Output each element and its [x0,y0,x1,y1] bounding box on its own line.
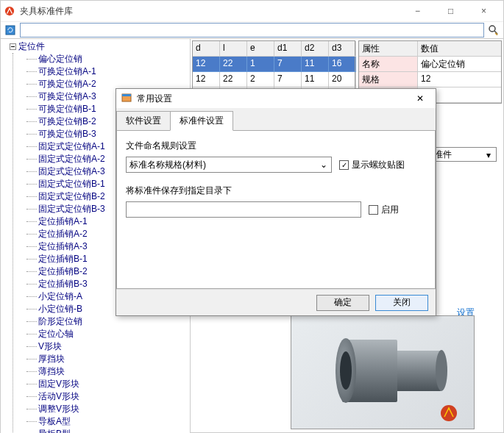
tree-item[interactable]: 定位插销A-2 [38,228,88,240]
ok-button[interactable]: 确定 [316,295,369,311]
tree-item[interactable]: 固定式定位销A-2 [38,153,105,165]
svg-rect-14 [122,94,131,96]
tree-item[interactable]: V形块 [38,340,62,353]
grid-header[interactable]: d1 [274,41,302,57]
grid-header[interactable]: l [220,41,247,57]
tree-item[interactable]: 定位心轴 [38,328,74,340]
tree-item[interactable]: 可换定位销A-1 [38,65,96,78]
tree-item[interactable]: 活动V形块 [38,390,79,403]
grid-header[interactable]: d [193,41,220,57]
grid-cell: 7 [274,57,302,72]
maximize-button[interactable]: □ [434,1,467,21]
checkbox-icon [369,205,378,215]
show-thread-label: 显示螺纹贴图 [352,159,405,171]
tree-item[interactable]: 可换定位销A-3 [38,90,96,103]
prop-row[interactable]: 名称偏心定位销 [359,57,501,72]
minimize-button[interactable]: − [401,1,434,21]
svg-point-8 [436,350,447,391]
tree-item[interactable]: 小定位销-B [38,303,82,315]
prop-value: 12 [418,72,501,87]
tree-item[interactable]: 厚挡块 [38,353,65,365]
tab-standard-part-settings[interactable]: 标准件设置 [170,111,233,131]
naming-rule-value: 标准名称规格(材料) [129,159,206,171]
settings-dialog: 常用设置 ✕ 软件设置 标准件设置 文件命名规则设置 标准名称规格(材料) ⌄ … [116,88,436,316]
dialog-close-button[interactable]: ✕ [409,90,431,107]
prop-name: 名称 [359,57,418,72]
tree-root[interactable]: 定位件 [18,40,45,53]
table-row[interactable]: 1222171116 [193,57,355,72]
right-combo-value: 准件 [434,148,452,161]
refresh-button[interactable] [2,22,18,38]
search-input[interactable] [20,23,484,37]
search-button[interactable] [486,22,502,38]
tree-item[interactable]: 小定位销-A [38,290,82,303]
tree-item[interactable]: 可换定位销B-2 [38,115,96,128]
tree-item[interactable]: 定位插销A-3 [38,240,88,253]
tree-item[interactable]: 固定式定位销A-3 [38,165,105,178]
prop-header: 属性 [359,41,418,57]
svg-rect-7 [390,351,441,391]
grid-cell: 2 [247,72,274,87]
tree-item[interactable]: 可换定位销B-3 [38,128,96,140]
toolbar [1,22,503,39]
tree-item[interactable]: 定位插销A-1 [38,215,88,228]
tree-item[interactable]: 固定式定位销B-3 [38,203,105,215]
tree-toggle-icon[interactable] [8,43,17,51]
dialog-buttons: 确定 关闭 [116,289,436,315]
tree-item[interactable]: 导板A型 [38,415,71,428]
window-title: 夹具标准件库 [20,5,401,18]
dialog-title: 常用设置 [137,93,409,105]
checkbox-icon [339,160,349,170]
tree-item[interactable]: 偏心定位销 [38,53,82,65]
tree-item[interactable]: 可换定位销A-2 [38,78,96,90]
tab-body: 文件命名规则设置 标准名称规格(材料) ⌄ 显示螺纹贴图 将标准件保存到指定目录… [116,130,436,289]
table-row[interactable]: 1222271120 [193,72,355,87]
tree-item[interactable]: 可换定位销B-1 [38,103,96,115]
svg-rect-1 [6,26,15,35]
image-preview [291,315,475,429]
grid-cell: 12 [193,72,220,87]
grid-header[interactable]: d2 [302,41,329,57]
chevron-down-icon: ⌄ [318,159,330,171]
save-dir-input[interactable] [126,201,361,218]
grid-cell: 7 [274,72,302,87]
window-controls: − □ × [401,1,500,21]
prop-name: 规格 [359,72,418,87]
naming-rule-combo[interactable]: 标准名称规格(材料) ⌄ [126,157,332,173]
tree-item[interactable]: 薄挡块 [38,365,65,378]
grid-header[interactable]: e [247,41,274,57]
app-icon [4,5,15,17]
tree-item[interactable]: 固定式定位销A-1 [38,140,105,153]
show-thread-checkbox[interactable]: 显示螺纹贴图 [339,159,405,171]
tab-software-settings[interactable]: 软件设置 [116,111,171,131]
tree-item[interactable]: 固定V形块 [38,378,79,390]
chevron-down-icon: ▾ [483,149,494,161]
titlebar: 夹具标准件库 − □ × [1,1,503,22]
tree-item[interactable]: 导板B型 [38,428,71,433]
prop-header: 数值 [418,41,501,57]
tree-item[interactable]: 固定式定位销B-2 [38,190,105,203]
grid-cell: 11 [302,72,329,87]
svg-point-11 [340,351,352,390]
tree-item[interactable]: 定位插销B-2 [38,265,88,278]
grid-cell: 20 [329,72,356,87]
grid-cell: 22 [220,57,247,72]
close-dialog-button[interactable]: 关闭 [375,295,428,311]
svg-point-2 [489,26,495,32]
grid-cell: 12 [193,57,220,72]
tree-item[interactable]: 固定式定位销B-1 [38,178,105,190]
dialog-titlebar: 常用设置 ✕ [116,89,436,108]
tree-item[interactable]: 定位插销B-1 [38,253,88,265]
grid-cell: 16 [329,57,356,72]
tree-item[interactable]: 阶形定位销 [38,315,82,328]
grid-cell: 11 [302,57,329,72]
right-combo[interactable]: 准件 ▾ [430,147,497,162]
tree-item[interactable]: 调整V形块 [38,403,79,415]
naming-rule-label: 文件命名规则设置 [126,140,426,152]
tree-item[interactable]: 定位插销B-3 [38,278,88,290]
prop-row[interactable]: 规格12 [359,72,501,87]
grid-cell: 22 [220,72,247,87]
enable-checkbox[interactable]: 启用 [369,204,399,216]
close-button[interactable]: × [467,1,500,21]
grid-header[interactable]: d3 [329,41,356,57]
